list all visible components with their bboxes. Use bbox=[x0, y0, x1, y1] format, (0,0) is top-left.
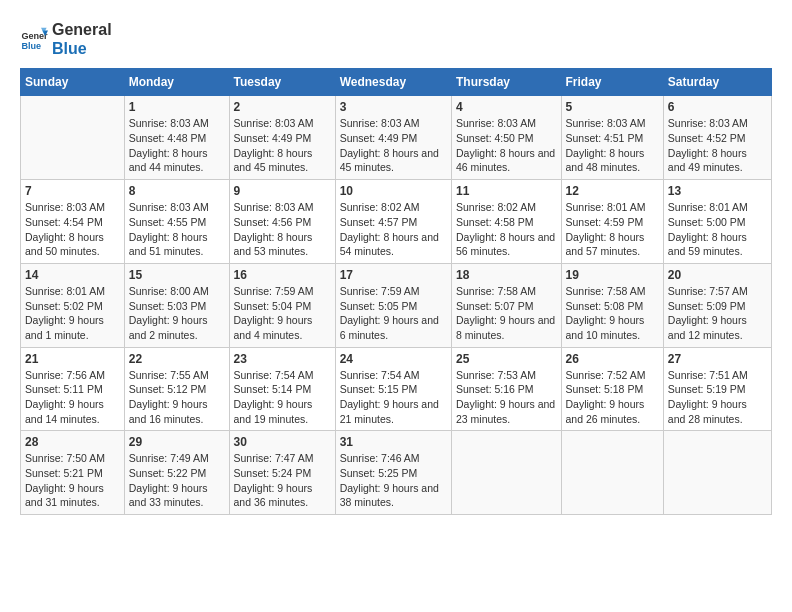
day-info: Sunrise: 7:54 AMSunset: 5:14 PMDaylight:… bbox=[234, 368, 331, 427]
calendar-cell: 8Sunrise: 8:03 AMSunset: 4:55 PMDaylight… bbox=[124, 180, 229, 264]
day-info: Sunrise: 7:56 AMSunset: 5:11 PMDaylight:… bbox=[25, 368, 120, 427]
day-info: Sunrise: 8:01 AMSunset: 4:59 PMDaylight:… bbox=[566, 200, 659, 259]
calendar-cell: 18Sunrise: 7:58 AMSunset: 5:07 PMDayligh… bbox=[451, 263, 561, 347]
calendar-cell: 12Sunrise: 8:01 AMSunset: 4:59 PMDayligh… bbox=[561, 180, 663, 264]
day-number: 20 bbox=[668, 268, 767, 282]
day-info: Sunrise: 7:58 AMSunset: 5:07 PMDaylight:… bbox=[456, 284, 557, 343]
calendar-cell: 31Sunrise: 7:46 AMSunset: 5:25 PMDayligh… bbox=[335, 431, 451, 515]
day-number: 19 bbox=[566, 268, 659, 282]
day-info: Sunrise: 7:51 AMSunset: 5:19 PMDaylight:… bbox=[668, 368, 767, 427]
day-number: 6 bbox=[668, 100, 767, 114]
day-info: Sunrise: 7:46 AMSunset: 5:25 PMDaylight:… bbox=[340, 451, 447, 510]
day-info: Sunrise: 7:59 AMSunset: 5:05 PMDaylight:… bbox=[340, 284, 447, 343]
calendar-cell: 26Sunrise: 7:52 AMSunset: 5:18 PMDayligh… bbox=[561, 347, 663, 431]
day-info: Sunrise: 8:03 AMSunset: 4:51 PMDaylight:… bbox=[566, 116, 659, 175]
calendar-cell: 17Sunrise: 7:59 AMSunset: 5:05 PMDayligh… bbox=[335, 263, 451, 347]
day-number: 22 bbox=[129, 352, 225, 366]
day-info: Sunrise: 7:57 AMSunset: 5:09 PMDaylight:… bbox=[668, 284, 767, 343]
calendar-cell: 24Sunrise: 7:54 AMSunset: 5:15 PMDayligh… bbox=[335, 347, 451, 431]
day-info: Sunrise: 7:58 AMSunset: 5:08 PMDaylight:… bbox=[566, 284, 659, 343]
day-info: Sunrise: 7:50 AMSunset: 5:21 PMDaylight:… bbox=[25, 451, 120, 510]
calendar-cell: 29Sunrise: 7:49 AMSunset: 5:22 PMDayligh… bbox=[124, 431, 229, 515]
day-info: Sunrise: 7:47 AMSunset: 5:24 PMDaylight:… bbox=[234, 451, 331, 510]
day-number: 25 bbox=[456, 352, 557, 366]
day-number: 5 bbox=[566, 100, 659, 114]
day-number: 10 bbox=[340, 184, 447, 198]
day-info: Sunrise: 8:02 AMSunset: 4:57 PMDaylight:… bbox=[340, 200, 447, 259]
day-number: 18 bbox=[456, 268, 557, 282]
calendar-cell: 4Sunrise: 8:03 AMSunset: 4:50 PMDaylight… bbox=[451, 96, 561, 180]
calendar-cell: 3Sunrise: 8:03 AMSunset: 4:49 PMDaylight… bbox=[335, 96, 451, 180]
day-number: 2 bbox=[234, 100, 331, 114]
calendar-cell: 25Sunrise: 7:53 AMSunset: 5:16 PMDayligh… bbox=[451, 347, 561, 431]
calendar-cell: 6Sunrise: 8:03 AMSunset: 4:52 PMDaylight… bbox=[663, 96, 771, 180]
day-info: Sunrise: 7:55 AMSunset: 5:12 PMDaylight:… bbox=[129, 368, 225, 427]
day-number: 7 bbox=[25, 184, 120, 198]
weekday-header-tuesday: Tuesday bbox=[229, 69, 335, 96]
day-info: Sunrise: 8:03 AMSunset: 4:54 PMDaylight:… bbox=[25, 200, 120, 259]
calendar-cell bbox=[451, 431, 561, 515]
day-number: 31 bbox=[340, 435, 447, 449]
logo: General Blue General Blue bbox=[20, 20, 112, 58]
calendar-cell: 21Sunrise: 7:56 AMSunset: 5:11 PMDayligh… bbox=[21, 347, 125, 431]
day-info: Sunrise: 7:49 AMSunset: 5:22 PMDaylight:… bbox=[129, 451, 225, 510]
svg-text:Blue: Blue bbox=[21, 41, 41, 51]
day-info: Sunrise: 7:54 AMSunset: 5:15 PMDaylight:… bbox=[340, 368, 447, 427]
calendar-cell: 2Sunrise: 8:03 AMSunset: 4:49 PMDaylight… bbox=[229, 96, 335, 180]
calendar-week-4: 21Sunrise: 7:56 AMSunset: 5:11 PMDayligh… bbox=[21, 347, 772, 431]
calendar-cell: 28Sunrise: 7:50 AMSunset: 5:21 PMDayligh… bbox=[21, 431, 125, 515]
weekday-header-monday: Monday bbox=[124, 69, 229, 96]
calendar-week-2: 7Sunrise: 8:03 AMSunset: 4:54 PMDaylight… bbox=[21, 180, 772, 264]
day-number: 24 bbox=[340, 352, 447, 366]
day-info: Sunrise: 8:03 AMSunset: 4:49 PMDaylight:… bbox=[234, 116, 331, 175]
calendar-cell: 10Sunrise: 8:02 AMSunset: 4:57 PMDayligh… bbox=[335, 180, 451, 264]
weekday-header-sunday: Sunday bbox=[21, 69, 125, 96]
day-info: Sunrise: 8:03 AMSunset: 4:49 PMDaylight:… bbox=[340, 116, 447, 175]
day-number: 15 bbox=[129, 268, 225, 282]
calendar-cell: 15Sunrise: 8:00 AMSunset: 5:03 PMDayligh… bbox=[124, 263, 229, 347]
day-number: 8 bbox=[129, 184, 225, 198]
calendar-week-1: 1Sunrise: 8:03 AMSunset: 4:48 PMDaylight… bbox=[21, 96, 772, 180]
day-number: 29 bbox=[129, 435, 225, 449]
header: General Blue General Blue bbox=[20, 20, 772, 58]
day-info: Sunrise: 8:03 AMSunset: 4:52 PMDaylight:… bbox=[668, 116, 767, 175]
weekday-header-wednesday: Wednesday bbox=[335, 69, 451, 96]
calendar-cell: 5Sunrise: 8:03 AMSunset: 4:51 PMDaylight… bbox=[561, 96, 663, 180]
day-info: Sunrise: 7:52 AMSunset: 5:18 PMDaylight:… bbox=[566, 368, 659, 427]
day-number: 13 bbox=[668, 184, 767, 198]
calendar-cell: 14Sunrise: 8:01 AMSunset: 5:02 PMDayligh… bbox=[21, 263, 125, 347]
day-info: Sunrise: 8:01 AMSunset: 5:02 PMDaylight:… bbox=[25, 284, 120, 343]
calendar-cell: 7Sunrise: 8:03 AMSunset: 4:54 PMDaylight… bbox=[21, 180, 125, 264]
calendar-cell: 16Sunrise: 7:59 AMSunset: 5:04 PMDayligh… bbox=[229, 263, 335, 347]
weekday-header-friday: Friday bbox=[561, 69, 663, 96]
calendar-week-3: 14Sunrise: 8:01 AMSunset: 5:02 PMDayligh… bbox=[21, 263, 772, 347]
day-info: Sunrise: 8:01 AMSunset: 5:00 PMDaylight:… bbox=[668, 200, 767, 259]
calendar-cell: 30Sunrise: 7:47 AMSunset: 5:24 PMDayligh… bbox=[229, 431, 335, 515]
weekday-header-saturday: Saturday bbox=[663, 69, 771, 96]
day-number: 14 bbox=[25, 268, 120, 282]
calendar-cell: 13Sunrise: 8:01 AMSunset: 5:00 PMDayligh… bbox=[663, 180, 771, 264]
calendar-cell: 23Sunrise: 7:54 AMSunset: 5:14 PMDayligh… bbox=[229, 347, 335, 431]
day-info: Sunrise: 7:59 AMSunset: 5:04 PMDaylight:… bbox=[234, 284, 331, 343]
calendar-cell: 11Sunrise: 8:02 AMSunset: 4:58 PMDayligh… bbox=[451, 180, 561, 264]
calendar-cell: 19Sunrise: 7:58 AMSunset: 5:08 PMDayligh… bbox=[561, 263, 663, 347]
weekday-header-thursday: Thursday bbox=[451, 69, 561, 96]
calendar-cell: 9Sunrise: 8:03 AMSunset: 4:56 PMDaylight… bbox=[229, 180, 335, 264]
logo-icon: General Blue bbox=[20, 25, 48, 53]
calendar-table: SundayMondayTuesdayWednesdayThursdayFrid… bbox=[20, 68, 772, 515]
day-number: 16 bbox=[234, 268, 331, 282]
calendar-cell: 20Sunrise: 7:57 AMSunset: 5:09 PMDayligh… bbox=[663, 263, 771, 347]
day-info: Sunrise: 8:03 AMSunset: 4:56 PMDaylight:… bbox=[234, 200, 331, 259]
calendar-cell: 22Sunrise: 7:55 AMSunset: 5:12 PMDayligh… bbox=[124, 347, 229, 431]
day-number: 26 bbox=[566, 352, 659, 366]
calendar-cell: 27Sunrise: 7:51 AMSunset: 5:19 PMDayligh… bbox=[663, 347, 771, 431]
day-number: 23 bbox=[234, 352, 331, 366]
weekday-header-row: SundayMondayTuesdayWednesdayThursdayFrid… bbox=[21, 69, 772, 96]
day-info: Sunrise: 8:03 AMSunset: 4:48 PMDaylight:… bbox=[129, 116, 225, 175]
day-info: Sunrise: 8:00 AMSunset: 5:03 PMDaylight:… bbox=[129, 284, 225, 343]
day-number: 28 bbox=[25, 435, 120, 449]
day-number: 4 bbox=[456, 100, 557, 114]
day-number: 3 bbox=[340, 100, 447, 114]
day-number: 11 bbox=[456, 184, 557, 198]
logo-blue: Blue bbox=[52, 39, 112, 58]
